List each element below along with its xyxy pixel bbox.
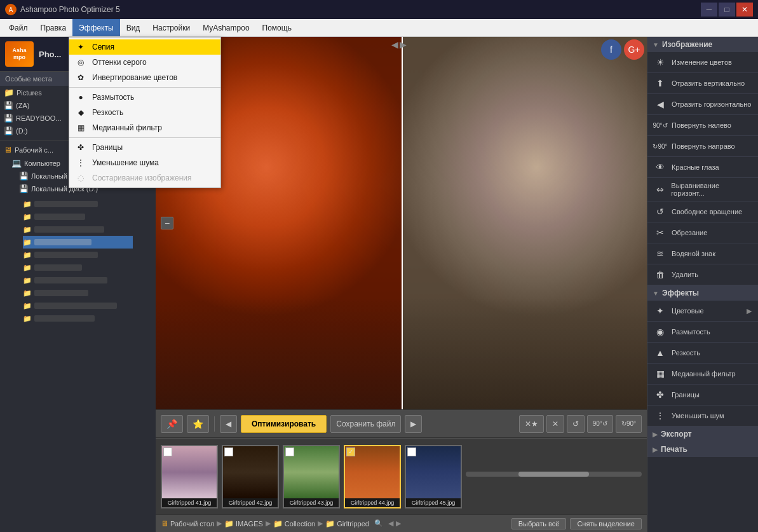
menu-file[interactable]: Файл xyxy=(3,19,34,36)
panel-section-image[interactable]: ▼ Изображение xyxy=(647,37,758,52)
dropdown-sepia[interactable]: ✦ Сепия xyxy=(69,39,220,55)
panel-median-eff-label: Медианный фильтр xyxy=(672,370,736,378)
panel-blur-eff[interactable]: ◉ Размытость xyxy=(647,322,758,343)
statusbar-right: Выбрать всё Снять выделение xyxy=(511,518,642,529)
panel-watermark[interactable]: ≋ Водяной знак xyxy=(647,243,758,264)
deselect-button[interactable]: Снять выделение xyxy=(570,518,642,529)
dropdown-grayscale[interactable]: ◎ Оттенки серого xyxy=(69,55,220,70)
blur-icon: ● xyxy=(76,92,86,102)
panel-section-export[interactable]: ▶ Экспорт xyxy=(647,426,758,442)
thumbnail-42-check[interactable] xyxy=(224,447,233,456)
panel-color-effects[interactable]: ✦ Цветовые ▶ xyxy=(647,301,758,322)
panel-color-change-label: Изменение цветов xyxy=(672,58,732,66)
tree-item-blur-2[interactable]: 📁 xyxy=(23,210,133,223)
rotate-cw-button[interactable]: ↻90° xyxy=(616,415,642,433)
tree-item-blur-5[interactable]: 📁 xyxy=(23,249,133,261)
thumbnail-43-check[interactable] xyxy=(285,447,294,456)
thumbnail-44[interactable]: ✓ Girltripped 44.jpg xyxy=(344,445,401,508)
panel-flip-h[interactable]: ◀ Отразить горизонтально xyxy=(647,94,758,115)
rotate-ccw-button[interactable]: 90°↺ xyxy=(587,415,613,433)
menu-edit[interactable]: Правка xyxy=(34,19,73,36)
panel-borders-eff[interactable]: ✤ Границы xyxy=(647,385,758,406)
menu-settings[interactable]: Настройки xyxy=(146,19,196,36)
breadcrumb-collection[interactable]: 📁 Collection xyxy=(273,519,315,528)
panel-median-eff[interactable]: ▦ Медианный фильтр xyxy=(647,364,758,385)
star-button[interactable]: ⭐ xyxy=(187,415,209,433)
breadcrumb-girltripped[interactable]: 📁 Girltripped xyxy=(325,519,369,528)
titlebar-controls[interactable]: ─ □ ✕ xyxy=(701,3,753,17)
thumbnail-42[interactable]: Girltripped 42.jpg xyxy=(222,445,279,508)
tree-item-blur-1[interactable]: 📁 xyxy=(23,198,133,210)
arrow-left: ◀ xyxy=(391,39,398,50)
thumb-scrollbar[interactable] xyxy=(466,472,642,477)
menu-view[interactable]: Вид xyxy=(120,19,147,36)
dropdown-sharpness[interactable]: ◆ Резкость xyxy=(69,105,220,120)
next-image-button[interactable]: ▶ xyxy=(405,415,422,433)
panel-delete[interactable]: 🗑 Удалить xyxy=(647,264,758,285)
panel-flip-v[interactable]: ⬆ Отразить вертикально xyxy=(647,73,758,94)
panel-rotate-left[interactable]: 90°↺ Повернуть налево xyxy=(647,115,758,136)
breadcrumb-sep-3: ▶ xyxy=(318,519,323,528)
menu-help[interactable]: Помощь xyxy=(256,19,298,36)
delete-button[interactable]: ✕ xyxy=(546,415,564,433)
dropdown-blur[interactable]: ● Размытость xyxy=(69,90,220,105)
drive-icon-za: 💾 xyxy=(4,101,13,110)
panel-denoise-eff[interactable]: ⋮ Уменьшить шум xyxy=(647,406,758,426)
tree-item-blur-8[interactable]: 📁 xyxy=(23,287,133,299)
googleplus-icon[interactable]: G+ xyxy=(624,39,644,60)
nav-next-btn[interactable]: ▶ xyxy=(396,519,401,528)
dropdown-borders[interactable]: ✤ Границы xyxy=(69,140,220,155)
menu-effects[interactable]: Эффекты xyxy=(72,19,120,36)
panel-section-print[interactable]: ▶ Печать xyxy=(647,442,758,457)
dropdown-aging[interactable]: ◌ Состаривание изображения xyxy=(69,170,220,186)
dropdown-denoise[interactable]: ⋮ Уменьшение шума xyxy=(69,155,220,170)
panel-red-eye[interactable]: 👁 Красные глаза xyxy=(647,157,758,178)
tree-item-blur-3[interactable]: 📁 xyxy=(23,223,133,236)
thumbnail-43-label: Girltripped 43.jpg xyxy=(284,498,339,507)
thumbnail-45-check[interactable] xyxy=(407,447,416,456)
drive-icon-d: 💾 xyxy=(4,126,13,135)
nav-prev-btn[interactable]: ◀ xyxy=(388,519,393,528)
prev-image-button[interactable]: ◀ xyxy=(220,415,237,433)
undo-button[interactable]: ↺ xyxy=(567,415,585,433)
panel-rotate-right[interactable]: ↻90° Повернуть направо xyxy=(647,136,758,157)
dropdown-invert[interactable]: ✿ Инвертирование цветов xyxy=(69,70,220,85)
zoom-in-button[interactable]: − xyxy=(161,217,173,229)
panel-free-rotate[interactable]: ↺ Свободное вращение xyxy=(647,201,758,222)
minimize-button[interactable]: ─ xyxy=(701,3,717,17)
thumbnail-41-check[interactable] xyxy=(163,447,172,456)
tree-item-blur-7[interactable]: 📁 xyxy=(23,274,133,287)
save-button[interactable]: Сохранить файл xyxy=(330,415,401,433)
breadcrumb-collection-label: Collection xyxy=(285,520,315,528)
panel-sharpness-eff[interactable]: ▲ Резкость xyxy=(647,343,758,364)
panel-align-h[interactable]: ⇔ Выравнивание горизонт... xyxy=(647,178,758,201)
rotate-right-icon: ↻90° xyxy=(654,140,667,153)
optimize-button[interactable]: Оптимизировать xyxy=(241,415,327,433)
mark-delete-button[interactable]: ✕★ xyxy=(519,415,544,433)
dropdown-median[interactable]: ▦ Медианный фильтр xyxy=(69,120,220,135)
app-title: Ashampoo Photo Optimizer 5 xyxy=(20,5,120,14)
breadcrumb-desktop[interactable]: 🖥 Рабочий стол xyxy=(161,519,214,528)
tree-item-blur-10[interactable]: 📁 xyxy=(23,312,133,325)
denoise-icon: ⋮ xyxy=(76,158,86,168)
select-all-button[interactable]: Выбрать всё xyxy=(511,518,567,529)
tree-item-blur-4[interactable]: 📁 xyxy=(23,236,133,249)
blurred-items-group: 📁 📁 📁 📁 📁 xyxy=(23,198,133,325)
panel-crop[interactable]: ✂ Обрезание xyxy=(647,222,758,243)
breadcrumb-images[interactable]: 📁 IMAGES xyxy=(224,519,263,528)
pin-button[interactable]: 📌 xyxy=(161,415,183,433)
thumbnail-41[interactable]: Girltripped 41.jpg xyxy=(161,445,218,508)
panel-section-effects[interactable]: ▼ Эффекты xyxy=(647,285,758,301)
thumb-scrollbar-thumb[interactable] xyxy=(518,472,589,477)
thumbnail-44-check[interactable]: ✓ xyxy=(346,447,355,456)
panel-color-change[interactable]: ☀ Изменение цветов xyxy=(647,52,758,73)
menu-myashampoo[interactable]: MyAshampoo xyxy=(196,19,255,36)
facebook-icon[interactable]: f xyxy=(601,39,621,60)
thumbnail-45[interactable]: Girltripped 45.jpg xyxy=(405,445,462,508)
maximize-button[interactable]: □ xyxy=(719,3,735,17)
close-button[interactable]: ✕ xyxy=(736,3,753,17)
tree-item-blur-6[interactable]: 📁 xyxy=(23,261,133,274)
thumbnail-43[interactable]: Girltripped 43.jpg xyxy=(283,445,340,508)
tree-item-blur-9[interactable]: 📁 xyxy=(23,299,133,312)
panel-color-effects-label: Цветовые xyxy=(672,307,704,315)
